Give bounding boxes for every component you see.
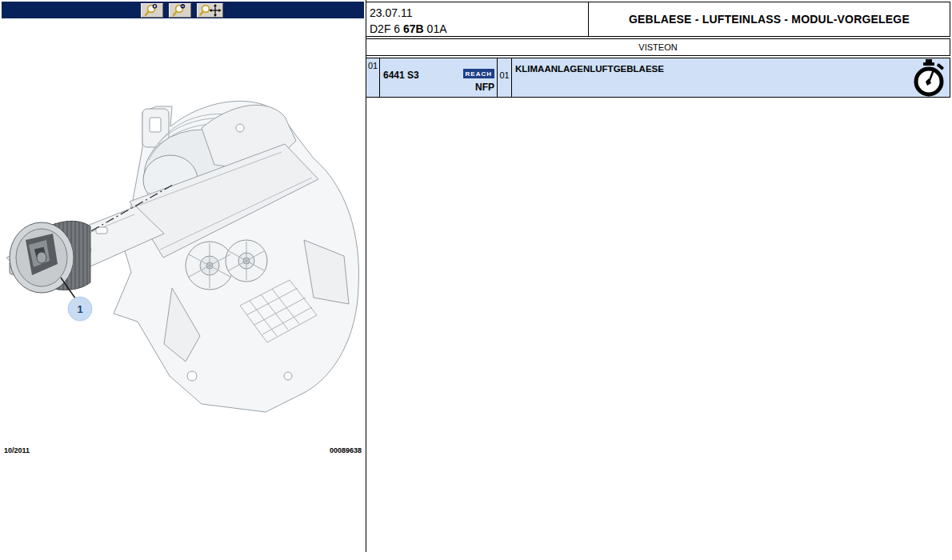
stopwatch-icon bbox=[912, 59, 946, 98]
zoom-in-button[interactable] bbox=[141, 3, 163, 18]
figure-document-number: 00089638 bbox=[330, 446, 362, 454]
figure-panel: 1 10/2011 00089638 bbox=[0, 0, 365, 560]
page-header: 23.07.11 D2F 6 67B 01A GEBLAESE - LUFTEI… bbox=[366, 2, 950, 37]
part-number-cell: 6441 S3 REACH NFP bbox=[380, 58, 498, 97]
catalog-reference: D2F 6 67B 01A bbox=[370, 21, 585, 37]
part-description: KLIMAANLAGENLUFTGEBLAESE bbox=[515, 64, 664, 74]
row-number: 01 bbox=[366, 58, 380, 97]
section-title: GEBLAESE - LUFTEINLASS - MODUL-VORGELEGE bbox=[589, 2, 950, 36]
zoom-pan-button[interactable] bbox=[197, 3, 223, 18]
zoom-out-icon bbox=[171, 4, 189, 17]
part-quantity: 01 bbox=[498, 58, 512, 97]
callout-number: 1 bbox=[77, 303, 82, 315]
part-number[interactable]: 6441 S3 bbox=[383, 70, 419, 81]
blower-motor bbox=[10, 221, 90, 293]
nfp-label: NFP bbox=[475, 82, 494, 93]
part-row[interactable]: 01 6441 S3 REACH NFP 01 KLIMAANLAGENLUFT… bbox=[366, 58, 950, 98]
zoom-in-icon bbox=[143, 4, 161, 17]
part-description-cell: KLIMAANLAGENLUFTGEBLAESE bbox=[512, 58, 950, 97]
parts-catalog-page: 1 10/2011 00089638 23.07.11 D2F 6 67B 01… bbox=[0, 0, 952, 560]
image-toolbar bbox=[2, 2, 364, 18]
reach-badge[interactable]: REACH bbox=[463, 69, 494, 78]
supplier-row: VISTEON bbox=[366, 38, 950, 56]
zoom-out-button[interactable] bbox=[169, 3, 191, 18]
exploded-view-diagram: 1 bbox=[0, 76, 364, 460]
figure-date-code: 10/2011 bbox=[4, 446, 30, 454]
catalog-date: 23.07.11 bbox=[370, 5, 585, 21]
catalog-reference-block: 23.07.11 D2F 6 67B 01A bbox=[366, 2, 589, 36]
parts-list-panel: 23.07.11 D2F 6 67B 01A GEBLAESE - LUFTEI… bbox=[366, 0, 951, 560]
zoom-pan-icon bbox=[199, 4, 222, 17]
